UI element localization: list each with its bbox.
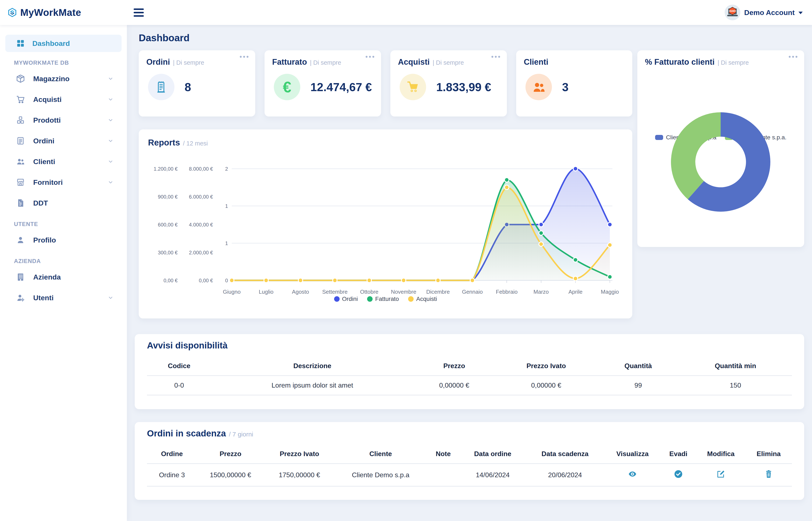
- account-name: Demo Account: [744, 8, 795, 17]
- stat-value: 3: [562, 81, 569, 94]
- cart-icon: [400, 74, 426, 100]
- sidebar-item-ordini[interactable]: Ordini: [0, 131, 127, 151]
- top-header: MyWorkMate DEMO Demo Account: [0, 0, 812, 25]
- scadenza-card: Ordini in scadenza / 7 giorni Ordine Pre…: [135, 422, 804, 500]
- card-subtitle: | Di sempre: [310, 59, 341, 66]
- svg-text:600,00 €: 600,00 €: [158, 222, 178, 227]
- cart-icon: [16, 95, 25, 104]
- card-title: Fatturato: [272, 58, 307, 67]
- chevron-down-icon: [108, 158, 114, 165]
- svg-text:6.000,00 €: 6.000,00 €: [189, 194, 213, 200]
- chevron-down-icon: [108, 138, 114, 144]
- svg-text:0: 0: [225, 278, 228, 284]
- card-title: Clienti: [524, 58, 548, 67]
- svg-text:900,00 €: 900,00 €: [158, 194, 178, 200]
- legend-item[interactable]: Fatturato: [367, 296, 399, 302]
- svg-text:Maggio: Maggio: [601, 289, 619, 295]
- sidebar-section-azienda: AZIENDA: [14, 258, 127, 265]
- people-icon: [525, 74, 552, 100]
- chevron-down-icon: [108, 96, 114, 103]
- more-menu-icon[interactable]: [789, 56, 797, 58]
- svg-text:2.000,00 €: 2.000,00 €: [189, 250, 213, 255]
- sidebar-section-utente: UTENTE: [14, 221, 127, 227]
- svg-text:4.000,00 €: 4.000,00 €: [189, 222, 213, 227]
- svg-text:300,00 €: 300,00 €: [158, 250, 178, 255]
- stat-card-clienti: Clienti 3: [516, 50, 632, 116]
- receipt-icon: [148, 74, 175, 100]
- view-button[interactable]: [628, 470, 637, 479]
- sidebar-item-acquisti[interactable]: Acquisti: [0, 89, 127, 110]
- card-subtitle: | Di sempre: [173, 59, 204, 66]
- store-icon: [16, 178, 25, 187]
- sidebar-item-magazzino[interactable]: Magazzino: [0, 68, 127, 89]
- sidebar-item-clienti[interactable]: Clienti: [0, 151, 127, 172]
- app-logo[interactable]: MyWorkMate: [0, 7, 127, 18]
- reports-line-chart[interactable]: 1.200,00 €900,00 €600,00 €300,00 €0,00 €…: [139, 129, 632, 318]
- logo-hexagon-icon: [7, 8, 17, 17]
- svg-text:1: 1: [225, 203, 228, 209]
- box-icon: [16, 74, 25, 83]
- edit-icon: [716, 470, 725, 479]
- legend-swatch: [408, 296, 413, 302]
- sidebar-item-azienda[interactable]: Azienda: [0, 267, 127, 287]
- sidebar-item-dashboard[interactable]: Dashboard: [5, 35, 121, 52]
- section-subtitle: / 7 giorni: [229, 431, 253, 438]
- delete-button[interactable]: [764, 470, 773, 479]
- trash-icon: [764, 470, 773, 479]
- svg-text:Aprile: Aprile: [568, 289, 582, 295]
- svg-text:Agosto: Agosto: [292, 289, 309, 295]
- svg-text:1: 1: [225, 241, 228, 246]
- svg-text:Dicembre: Dicembre: [426, 289, 450, 295]
- svg-text:8.000,00 €: 8.000,00 €: [189, 166, 213, 172]
- legend-swatch: [367, 296, 373, 302]
- app-title: MyWorkMate: [20, 7, 81, 18]
- table-row: 0-0 Lorem ipsum dolor sit amet 0,00000 €…: [147, 376, 792, 395]
- svg-text:Giugno: Giugno: [223, 289, 241, 295]
- legend-item[interactable]: Ordini: [334, 296, 358, 302]
- edit-button[interactable]: [716, 470, 725, 479]
- chevron-down-icon: [108, 75, 114, 82]
- svg-text:Luglio: Luglio: [259, 289, 273, 295]
- sidebar-item-utenti[interactable]: Utenti: [0, 287, 127, 308]
- section-title: Ordini in scadenza: [147, 428, 226, 438]
- svg-text:Febbraio: Febbraio: [496, 289, 518, 295]
- building-icon: [16, 272, 25, 281]
- more-menu-icon[interactable]: [240, 56, 248, 58]
- chevron-down-icon: [798, 12, 803, 14]
- stat-value: 1.833,99 €: [436, 81, 491, 94]
- cubes-icon: [16, 115, 25, 125]
- card-subtitle: | Di sempre: [718, 59, 749, 66]
- more-menu-icon[interactable]: [366, 56, 374, 58]
- menu-toggle-button[interactable]: [134, 8, 144, 17]
- svg-text:DEMO: DEMO: [729, 10, 736, 12]
- sidebar-item-ddt[interactable]: DDT: [0, 192, 127, 213]
- dashboard-grid-icon: [16, 39, 25, 48]
- stat-value: 12.474,67 €: [311, 81, 372, 94]
- reports-legend: Ordini Fatturato Acquisti: [139, 296, 632, 302]
- chevron-down-icon: [108, 179, 114, 185]
- sidebar-item-fornitori[interactable]: Fornitori: [0, 172, 127, 192]
- donut-chart[interactable]: [671, 112, 770, 212]
- svg-text:2: 2: [225, 166, 228, 172]
- person-gear-icon: [16, 293, 25, 302]
- chevron-down-icon: [108, 295, 114, 301]
- euro-icon: €: [274, 74, 300, 100]
- sidebar: Dashboard MYWORKMATE DB Magazzino Acquis…: [0, 25, 127, 521]
- stat-card-fatturato: Fatturato | Di sempre € 12.474,67 €: [265, 50, 381, 116]
- svg-text:1.200,00 €: 1.200,00 €: [154, 166, 178, 172]
- legend-item[interactable]: Acquisti: [408, 296, 437, 302]
- sidebar-item-profilo[interactable]: Profilo: [0, 230, 127, 250]
- fulfill-button[interactable]: [674, 470, 683, 479]
- more-menu-icon[interactable]: [491, 56, 500, 58]
- stat-value: 8: [185, 81, 191, 94]
- page-title: Dashboard: [139, 32, 189, 44]
- document-icon: [16, 198, 25, 208]
- avatar: DEMO: [725, 5, 740, 20]
- svg-text:Marzo: Marzo: [534, 289, 549, 295]
- account-menu[interactable]: DEMO Demo Account: [725, 0, 803, 25]
- donut-card: % Fatturato clienti | Di sempre Cliente …: [637, 50, 804, 247]
- legend-swatch: [655, 135, 663, 140]
- card-title: Acquisti: [398, 58, 430, 67]
- eye-icon: [628, 470, 637, 479]
- sidebar-item-prodotti[interactable]: Prodotti: [0, 110, 127, 131]
